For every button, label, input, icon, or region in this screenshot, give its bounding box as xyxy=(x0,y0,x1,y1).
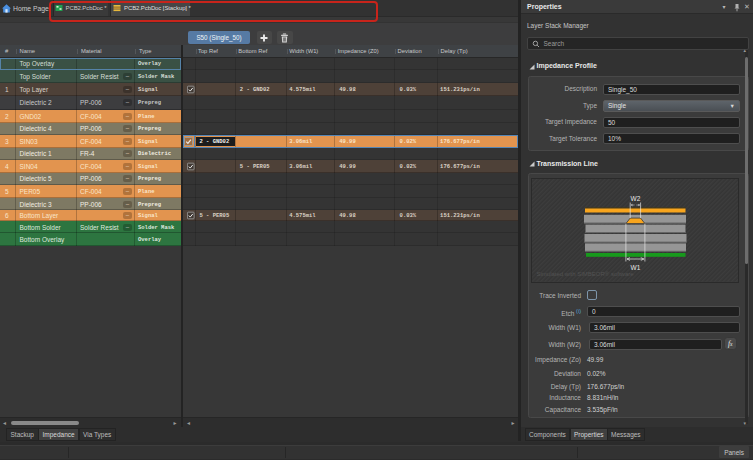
svg-text:W2: W2 xyxy=(630,195,640,202)
svg-text:W1: W1 xyxy=(630,264,640,271)
